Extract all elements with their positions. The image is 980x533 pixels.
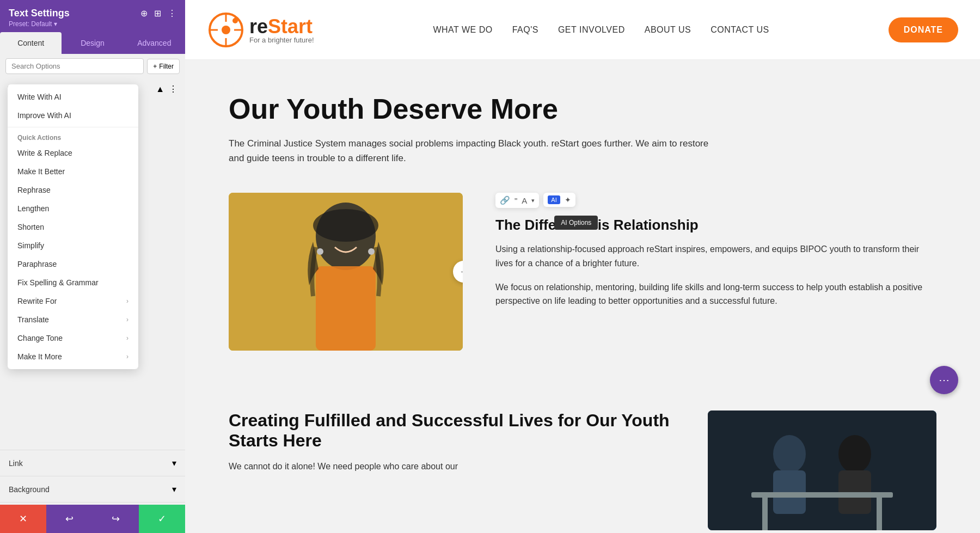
link-section[interactable]: Link ▾ <box>0 450 185 476</box>
link-label: Link <box>9 459 23 468</box>
logo-name: reStart <box>249 15 314 38</box>
site-nav: reStart For a brighter future! WHAT WE D… <box>185 0 980 60</box>
svg-point-1 <box>222 26 230 34</box>
filter-button[interactable]: + Filter <box>147 59 180 74</box>
second-section: Creating Fulfilled and Successful Lives … <box>185 383 980 533</box>
nav-get-involved[interactable]: GET INVOLVED <box>558 25 625 35</box>
font-color-icon[interactable]: A <box>522 196 527 205</box>
hero-text: The Criminal Justice System manages soci… <box>229 136 719 166</box>
relationship-section: → 🔗 " A ▾ AI <box>229 193 936 351</box>
shorten-item[interactable]: Shorten <box>8 218 138 236</box>
nav-what-we-do[interactable]: WHAT WE DO <box>433 25 492 35</box>
make-better-item[interactable]: Make It Better <box>8 162 138 181</box>
panel-header-icons: ⊕ ⊞ ⋮ <box>140 8 176 19</box>
make-it-more-item[interactable]: Make It More › <box>8 347 138 366</box>
relationship-text: 🔗 " A ▾ AI ✦ AI Options <box>495 193 936 317</box>
svg-point-17 <box>773 435 806 473</box>
link-icon[interactable]: 🔗 <box>500 195 510 205</box>
left-panel: Text Settings ⊕ ⊞ ⋮ Preset: Default ▾ Co… <box>0 0 185 533</box>
ai-options-tooltip: AI Options <box>554 216 598 230</box>
more-icon[interactable]: ⋮ <box>168 8 176 19</box>
svg-point-19 <box>838 435 871 473</box>
divider-1 <box>8 127 138 127</box>
tab-design[interactable]: Design <box>62 32 123 54</box>
confirm-button[interactable]: ✓ <box>139 505 185 533</box>
person-illustration <box>229 193 463 351</box>
nav-about-us[interactable]: ABOUT US <box>645 25 691 35</box>
improve-with-ai-item[interactable]: Improve With AI <box>8 106 138 125</box>
donate-button[interactable]: DONATE <box>889 17 958 42</box>
nav-contact-us[interactable]: CONTACT US <box>710 25 769 35</box>
rewrite-for-item[interactable]: Rewrite For › <box>8 292 138 310</box>
svg-rect-21 <box>751 492 893 498</box>
write-replace-item[interactable]: Write & Replace <box>8 144 138 162</box>
second-image-svg <box>708 411 936 530</box>
site-logo: reStart For a brighter future! <box>207 11 314 49</box>
search-row: + Filter <box>0 54 185 78</box>
chevron-right-icon-make-more: › <box>126 353 128 360</box>
inline-toolbar: 🔗 " A ▾ <box>495 193 539 208</box>
chevron-right-icon-translate: › <box>126 316 128 323</box>
write-with-ai-item[interactable]: Write With AI <box>8 88 138 106</box>
quick-actions-label: Quick Actions <box>8 130 138 144</box>
fab-button[interactable]: ⋯ <box>930 366 958 394</box>
section-controls: ▲ ⋮ <box>156 84 177 94</box>
hero-title: Our Youth Deserve More <box>229 93 610 125</box>
simplify-item[interactable]: Simplify <box>8 236 138 255</box>
section-more-icon[interactable]: ⋮ <box>169 84 177 94</box>
logo-tagline: For a brighter future! <box>249 36 314 44</box>
relationship-image: → <box>229 193 463 351</box>
second-text: Creating Fulfilled and Successful Lives … <box>229 411 675 474</box>
fix-spelling-item[interactable]: Fix Spelling & Grammar <box>8 273 138 292</box>
main-content: reStart For a brighter future! WHAT WE D… <box>185 0 980 533</box>
logo-svg <box>207 11 245 49</box>
website-preview: reStart For a brighter future! WHAT WE D… <box>185 0 980 533</box>
relationship-body-1: Using a relationship-focused approach re… <box>495 242 936 270</box>
quote-icon[interactable]: " <box>514 196 517 205</box>
relationship-body-2: We focus on relationship, mentoring, bui… <box>495 280 936 308</box>
second-body: We cannot do it alone! We need people wh… <box>229 460 675 474</box>
second-image <box>708 411 936 530</box>
cancel-button[interactable]: ✕ <box>0 505 46 533</box>
link-chevron-icon: ▾ <box>172 458 176 468</box>
tab-content[interactable]: Content <box>0 32 62 54</box>
ai-dropdown-menu: Write With AI Improve With AI Quick Acti… <box>8 84 138 369</box>
background-section[interactable]: Background ▾ <box>0 476 185 502</box>
preset-label[interactable]: Preset: Default ▾ <box>9 20 176 28</box>
undo-button[interactable]: ↩ <box>46 505 93 533</box>
tab-advanced[interactable]: Advanced <box>124 32 185 54</box>
bottom-toolbar: ✕ ↩ ↪ ✓ <box>0 505 185 533</box>
magic-icon[interactable]: ✦ <box>565 195 571 204</box>
chevron-right-icon-rewrite: › <box>126 297 128 305</box>
lengthen-item[interactable]: Lengthen <box>8 199 138 218</box>
layout-icon[interactable]: ⊞ <box>154 8 161 19</box>
collapse-icon[interactable]: ▲ <box>156 84 164 94</box>
panel-content: Text ▲ ⋮ Body A Par ≡ ⧉ Us... re... BI <box>0 78 185 533</box>
chevron-right-icon-change-tone: › <box>126 334 128 342</box>
font-dropdown-icon[interactable]: ▾ <box>531 197 535 204</box>
change-tone-item[interactable]: Change Tone › <box>8 329 138 347</box>
panel-title: Text Settings <box>9 8 70 19</box>
svg-rect-15 <box>229 193 463 351</box>
hero-section: Our Youth Deserve More The Criminal Just… <box>185 60 980 383</box>
logo-text-block: reStart For a brighter future! <box>249 15 314 44</box>
svg-rect-16 <box>708 411 936 530</box>
ai-icon[interactable]: AI <box>548 195 560 204</box>
target-icon[interactable]: ⊕ <box>140 8 148 19</box>
redo-button[interactable]: ↪ <box>93 505 139 533</box>
ai-options-toolbar: AI ✦ <box>543 193 575 207</box>
svg-rect-23 <box>877 498 882 530</box>
plus-icon: + <box>153 63 157 70</box>
second-title: Creating Fulfilled and Successful Lives … <box>229 411 675 451</box>
translate-item[interactable]: Translate › <box>8 310 138 329</box>
background-chevron-icon: ▾ <box>172 484 176 494</box>
nav-faqs[interactable]: FAQ'S <box>512 25 538 35</box>
search-input[interactable] <box>5 58 144 74</box>
tabs-row: Content Design Advanced <box>0 32 185 54</box>
nav-links: WHAT WE DO FAQ'S GET INVOLVED ABOUT US C… <box>433 25 769 35</box>
paraphrase-item[interactable]: Paraphrase <box>8 255 138 273</box>
rephrase-item[interactable]: Rephrase <box>8 181 138 199</box>
svg-rect-22 <box>762 498 768 530</box>
inline-toolbar-area: 🔗 " A ▾ AI ✦ AI Options <box>495 193 936 208</box>
panel-header: Text Settings ⊕ ⊞ ⋮ Preset: Default ▾ <box>0 0 185 32</box>
